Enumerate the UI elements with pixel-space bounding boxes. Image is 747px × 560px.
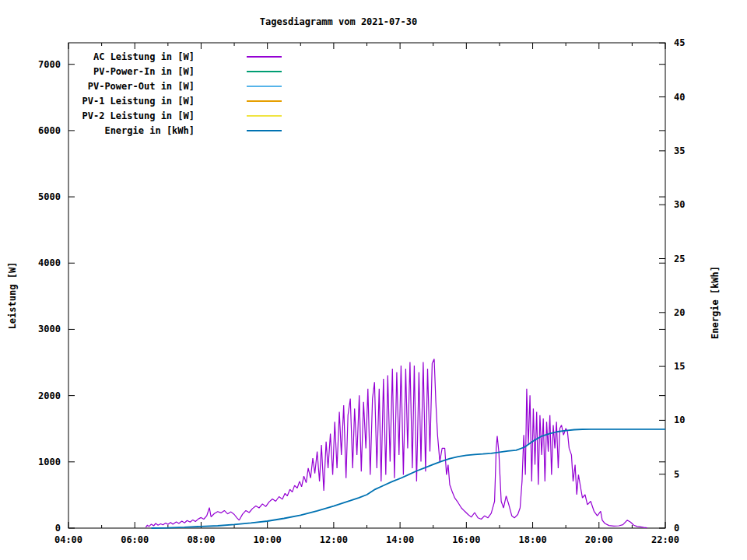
legend-spacer: [195, 86, 247, 86]
legend-label: PV-Power-In in [W]: [47, 66, 195, 77]
legend-spacer: [195, 71, 247, 72]
legend-item: Energie in [kWh]: [47, 123, 282, 138]
legend-label: AC Leistung in [W]: [47, 51, 195, 62]
legend-spacer: [195, 115, 247, 116]
legend: AC Leistung in [W] PV-Power-In in [W] PV…: [47, 49, 282, 138]
x-tick-label: 06:00: [112, 534, 157, 545]
x-tick-label: 18:00: [510, 534, 556, 545]
legend-item: PV-2 Leistung in [W]: [47, 108, 282, 123]
y2-tick-label: 40: [674, 92, 705, 103]
y-tick-label: 1000: [23, 457, 61, 467]
legend-label: PV-1 Leistung in [W]: [47, 96, 195, 107]
y2-tick-label: 15: [674, 361, 705, 372]
legend-label: PV-2 Leistung in [W]: [47, 110, 195, 121]
x-tick-label: 14:00: [377, 534, 423, 545]
y2-tick-label: 20: [674, 307, 705, 318]
legend-spacer: [195, 130, 247, 131]
legend-item: AC Leistung in [W]: [47, 49, 282, 64]
legend-label: Energie in [kWh]: [47, 125, 195, 136]
legend-line-sample: [247, 56, 282, 58]
y2-tick-label: 10: [674, 415, 705, 425]
y-tick-label: 5000: [23, 191, 61, 202]
x-tick-label: 22:00: [643, 534, 688, 545]
y-axis-label: Leistung [W]: [7, 218, 18, 373]
series-ac-leistung-in-w-: [146, 359, 647, 527]
legend-line-sample: [247, 130, 282, 131]
x-tick-label: 12:00: [311, 534, 356, 545]
y-tick-label: 6000: [23, 125, 61, 136]
legend-line-sample: [247, 100, 282, 102]
y2-tick-label: 45: [674, 37, 705, 48]
y2-axis-label: Energie [kWh]: [710, 225, 721, 380]
y2-tick-label: 5: [674, 469, 705, 480]
x-tick-label: 16:00: [444, 534, 489, 545]
x-tick-label: 10:00: [245, 534, 290, 545]
chart-title: Tagesdiagramm vom 2021-07-30: [260, 16, 417, 27]
y2-tick-label: 0: [674, 523, 705, 534]
legend-item: PV-1 Leistung in [W]: [47, 93, 282, 108]
x-tick-label: 20:00: [577, 534, 622, 545]
legend-spacer: [195, 100, 247, 101]
y-tick-label: 7000: [23, 59, 61, 70]
chart-canvas: Tagesdiagramm vom 2021-07-30 Leistung [W…: [0, 0, 747, 560]
y-tick-label: 2000: [23, 390, 61, 401]
y-tick-label: 4000: [23, 257, 61, 268]
y2-tick-label: 30: [674, 199, 705, 210]
legend-label: PV-Power-Out in [W]: [47, 81, 195, 92]
legend-item: PV-Power-In in [W]: [47, 64, 282, 79]
legend-line-sample: [247, 86, 282, 87]
y2-tick-label: 35: [674, 145, 705, 156]
y2-tick-label: 25: [674, 254, 705, 264]
y-tick-label: 0: [23, 523, 61, 534]
legend-item: PV-Power-Out in [W]: [47, 79, 282, 93]
x-tick-label: 08:00: [178, 534, 223, 545]
legend-line-sample: [247, 71, 282, 72]
x-tick-label: 04:00: [46, 534, 91, 545]
y-tick-label: 3000: [23, 324, 61, 334]
legend-line-sample: [247, 115, 282, 117]
legend-spacer: [195, 56, 247, 57]
